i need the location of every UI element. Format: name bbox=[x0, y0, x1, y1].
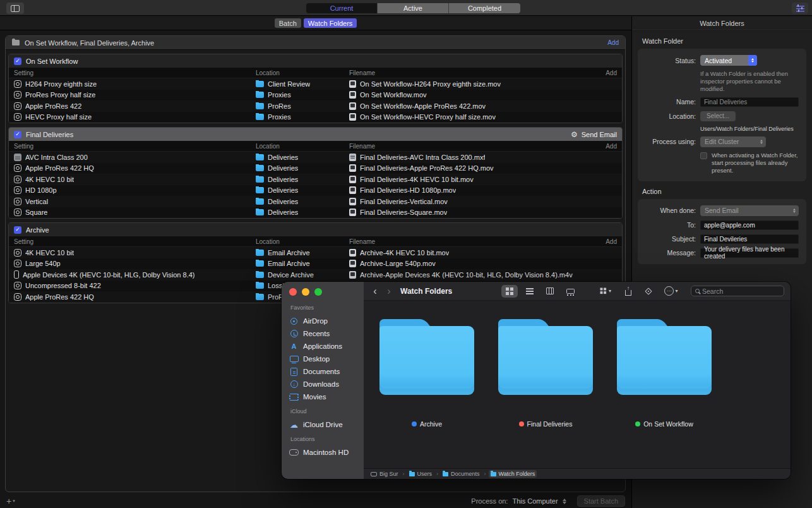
name-field[interactable]: Final Deliveries bbox=[700, 97, 799, 107]
segment-active[interactable]: Active bbox=[378, 3, 449, 13]
close-window-button[interactable] bbox=[289, 288, 297, 296]
folder-on-set-workflow[interactable]: On Set Workflow bbox=[616, 319, 712, 468]
group-checkbox[interactable] bbox=[14, 226, 21, 234]
folder-final-deliveries[interactable]: Final Deliveries bbox=[498, 319, 594, 468]
table-row[interactable]: Apple ProRes 422 HQDeliveriesFinal Deliv… bbox=[9, 163, 622, 174]
table-row[interactable]: H264 Proxy eighth sizeClient ReviewOn Se… bbox=[9, 78, 622, 90]
subject-field[interactable]: Final Devileries bbox=[700, 234, 799, 244]
sidebar-item-applications[interactable]: Applications bbox=[289, 340, 364, 353]
process-on-stepper[interactable] bbox=[563, 499, 566, 504]
table-row[interactable]: VerticalDeliveriesFinal Deliveries-Verti… bbox=[9, 196, 622, 207]
path-item[interactable]: Big Sur bbox=[369, 470, 400, 478]
status-dropdown[interactable]: Activated bbox=[700, 55, 757, 66]
group-checkbox[interactable] bbox=[14, 57, 21, 65]
setting-cell: H264 Proxy eighth size bbox=[14, 80, 256, 88]
group-header[interactable]: Archive bbox=[9, 223, 622, 236]
folder-icon bbox=[617, 319, 712, 395]
sidebar-item-recents[interactable]: Recents bbox=[289, 327, 364, 340]
process-existing-checkbox[interactable] bbox=[700, 152, 707, 159]
group-action-button[interactable]: ⚙Send Email bbox=[571, 131, 617, 138]
sidebar-item-downloads[interactable]: Downloads bbox=[289, 378, 364, 390]
segment-current[interactable]: Current bbox=[306, 3, 378, 13]
table-row[interactable]: AVC Intra Class 200DeliveriesFinal Deliv… bbox=[9, 152, 622, 163]
table-row[interactable]: SquareDeliveriesFinal Deliveries-Square.… bbox=[9, 207, 622, 219]
sidebar-item-label: Documents bbox=[303, 368, 340, 375]
group-by-button[interactable]: ▾ bbox=[595, 285, 616, 298]
filename-cell: Archive-Large 540p.mov bbox=[349, 260, 594, 267]
finder-main: ‹ › Watch Folders ▾ ···▾ Search ArchiveF… bbox=[364, 282, 791, 479]
group-checkbox[interactable] bbox=[14, 131, 21, 138]
path-item[interactable]: Watch Folders bbox=[489, 470, 537, 478]
watch-folder-section-title: Watch Folder bbox=[642, 37, 812, 45]
location-select-button[interactable]: Select... bbox=[700, 111, 736, 121]
add-watch-folder-button[interactable]: Add bbox=[607, 39, 619, 46]
filename-cell: Final Deliveries-HD 1080p.mov bbox=[349, 186, 594, 194]
group-header[interactable]: On Set Workflow bbox=[9, 54, 622, 68]
folder-icon bbox=[256, 81, 264, 87]
when-done-dropdown[interactable]: Send Email bbox=[700, 205, 799, 216]
folder-icon bbox=[256, 272, 264, 278]
recents-icon bbox=[289, 330, 299, 337]
minimize-window-button[interactable] bbox=[302, 288, 309, 296]
chevron-down-icon: ▾ bbox=[13, 499, 15, 504]
add-row-button[interactable]: Add bbox=[594, 143, 617, 150]
forward-button[interactable]: › bbox=[384, 286, 394, 296]
group-header[interactable]: Final Deliveries⚙Send Email bbox=[9, 128, 622, 141]
view-as-columns-button[interactable] bbox=[542, 285, 558, 298]
chevron-down-icon: ▾ bbox=[609, 288, 611, 294]
sidebar-item-macintosh-hd[interactable]: Macintosh HD bbox=[289, 446, 364, 459]
folder-icon bbox=[256, 114, 264, 120]
table-row[interactable]: 4K HEVC 10 bitDeliveriesFinal Deliveries… bbox=[9, 174, 622, 185]
table-row[interactable]: Apple ProRes 422ProResOn Set Workflow-Ap… bbox=[9, 100, 622, 112]
add-row-button[interactable]: Add bbox=[594, 238, 617, 245]
table-row[interactable]: Large 540pEmail ArchiveArchive-Large 540… bbox=[9, 258, 622, 270]
message-field[interactable]: Your delivery files have been created bbox=[700, 248, 799, 258]
table-row[interactable]: ProRes Proxy half sizeProxiesOn Set Work… bbox=[9, 90, 622, 101]
sidebar-item-desktop[interactable]: Desktop bbox=[289, 353, 364, 365]
table-row[interactable]: 4K HEVC 10 bitEmail ArchiveArchive-4K HE… bbox=[9, 247, 622, 258]
sidebar-item-movies[interactable]: Movies bbox=[289, 390, 364, 403]
add-row-button[interactable]: Add bbox=[594, 70, 617, 76]
start-batch-button[interactable]: Start Batch bbox=[577, 495, 625, 507]
tag-button[interactable] bbox=[640, 285, 657, 298]
tab-watch-folders[interactable]: Watch Folders bbox=[304, 18, 357, 28]
sidebar-item-icloud-drive[interactable]: iCloud Drive bbox=[289, 418, 364, 431]
setting-icon bbox=[14, 154, 21, 161]
watch-folder-group-final-deliveries: Final Deliveries⚙Send EmailSettingLocati… bbox=[8, 127, 623, 219]
process-on-value[interactable]: This Computer bbox=[512, 497, 558, 505]
table-row[interactable]: HEVC Proxy half sizeProxiesOn Set Workfl… bbox=[9, 112, 622, 123]
to-field[interactable]: apple@apple.com bbox=[700, 221, 799, 230]
path-item[interactable]: Users bbox=[407, 470, 434, 478]
segment-completed[interactable]: Completed bbox=[449, 3, 520, 13]
view-as-list-button[interactable] bbox=[522, 285, 538, 298]
share-button[interactable] bbox=[620, 285, 636, 298]
setting-name: Vertical bbox=[25, 198, 48, 205]
table-row[interactable]: HD 1080pDeliveriesFinal Deliveries-HD 10… bbox=[9, 185, 622, 197]
process-using-dropdown[interactable]: Edit Cluster bbox=[700, 136, 766, 147]
file-icon bbox=[349, 113, 356, 121]
sidebar-toggle-button[interactable] bbox=[6, 3, 24, 14]
sidebar-item-documents[interactable]: Documents bbox=[289, 365, 364, 378]
search-input[interactable]: Search bbox=[691, 286, 784, 296]
to-label: To: bbox=[640, 221, 696, 229]
sidebar-item-label: Downloads bbox=[303, 380, 339, 388]
inspector-toggle-button[interactable] bbox=[792, 3, 808, 14]
view-as-icons-button[interactable] bbox=[501, 285, 518, 298]
location-name: Proxies bbox=[268, 113, 291, 121]
add-button[interactable]: + ▾ bbox=[6, 497, 15, 505]
back-button[interactable]: ‹ bbox=[370, 286, 380, 296]
tag-dot bbox=[519, 421, 524, 426]
path-item[interactable]: Documents bbox=[441, 470, 482, 478]
sidebar-item-airdrop[interactable]: AirDrop bbox=[289, 315, 364, 327]
folder-label: On Set Workflow bbox=[635, 420, 693, 428]
more-actions-button[interactable]: ···▾ bbox=[660, 285, 682, 298]
folder-archive[interactable]: Archive bbox=[379, 319, 475, 468]
tab-batch[interactable]: Batch bbox=[275, 18, 301, 28]
setting-name: HEVC Proxy half size bbox=[25, 113, 92, 121]
column-location: Location bbox=[256, 143, 349, 150]
dropdown-stepper-icon bbox=[757, 136, 766, 147]
table-row[interactable]: Apple Devices 4K (HEVC 10-bit, HLG, Dolb… bbox=[9, 269, 622, 281]
zoom-window-button[interactable] bbox=[314, 288, 322, 296]
location-name: Client Review bbox=[268, 80, 310, 88]
view-as-gallery-button[interactable] bbox=[562, 285, 578, 298]
